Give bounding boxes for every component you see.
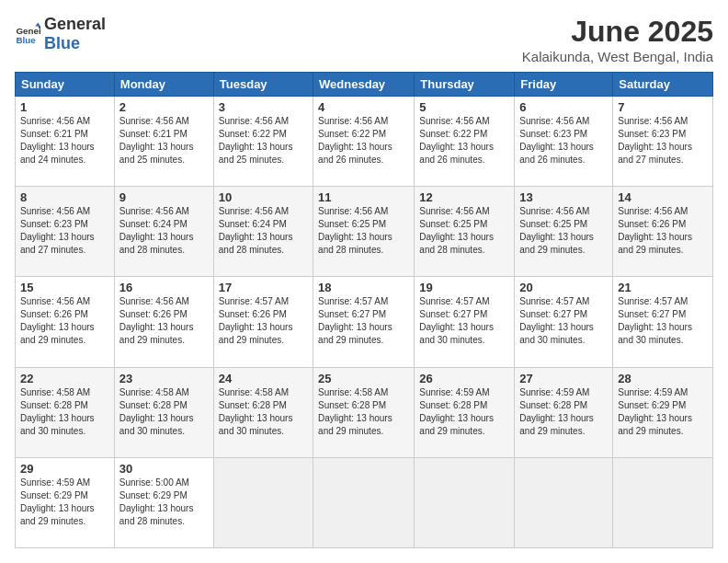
calendar-row: 29Sunrise: 4:59 AMSunset: 6:29 PMDayligh… xyxy=(16,457,713,547)
table-row xyxy=(515,457,613,547)
day-number: 16 xyxy=(119,281,209,294)
table-row xyxy=(313,457,415,547)
header-tuesday: Tuesday xyxy=(213,73,313,97)
table-row: 29Sunrise: 4:59 AMSunset: 6:29 PMDayligh… xyxy=(16,457,115,547)
day-info: Sunrise: 4:59 AMSunset: 6:28 PMDaylight:… xyxy=(419,387,494,436)
table-row: 28Sunrise: 4:59 AMSunset: 6:29 PMDayligh… xyxy=(613,367,713,457)
day-info: Sunrise: 4:56 AMSunset: 6:25 PMDaylight:… xyxy=(318,206,392,255)
header-wednesday: Wednesday xyxy=(313,73,415,97)
main-title: June 2025 xyxy=(522,15,713,49)
table-row: 5Sunrise: 4:56 AMSunset: 6:22 PMDaylight… xyxy=(415,97,515,187)
day-info: Sunrise: 4:57 AMSunset: 6:27 PMDaylight:… xyxy=(618,296,692,345)
day-number: 11 xyxy=(318,190,409,204)
table-row: 21Sunrise: 4:57 AMSunset: 6:27 PMDayligh… xyxy=(613,277,713,367)
table-row: 20Sunrise: 4:57 AMSunset: 6:27 PMDayligh… xyxy=(515,277,613,367)
day-info: Sunrise: 4:56 AMSunset: 6:26 PMDaylight:… xyxy=(20,296,95,345)
table-row: 6Sunrise: 4:56 AMSunset: 6:23 PMDaylight… xyxy=(515,97,613,187)
header: General Blue General Blue June 2025 Kala… xyxy=(15,15,713,64)
day-number: 17 xyxy=(219,281,308,294)
day-number: 15 xyxy=(20,281,109,294)
svg-marker-2 xyxy=(35,22,40,26)
day-info: Sunrise: 4:56 AMSunset: 6:22 PMDaylight:… xyxy=(419,116,494,165)
day-number: 30 xyxy=(119,462,209,476)
day-number: 3 xyxy=(219,100,308,114)
day-number: 2 xyxy=(119,100,209,114)
day-info: Sunrise: 4:56 AMSunset: 6:23 PMDaylight:… xyxy=(519,116,594,165)
calendar-header-row: Sunday Monday Tuesday Wednesday Thursday… xyxy=(16,73,713,97)
logo: General Blue General Blue xyxy=(15,15,106,53)
table-row: 3Sunrise: 4:56 AMSunset: 6:22 PMDaylight… xyxy=(213,97,313,187)
table-row: 19Sunrise: 4:57 AMSunset: 6:27 PMDayligh… xyxy=(415,277,515,367)
day-number: 4 xyxy=(318,100,409,114)
day-info: Sunrise: 4:58 AMSunset: 6:28 PMDaylight:… xyxy=(119,387,194,436)
day-info: Sunrise: 4:56 AMSunset: 6:25 PMDaylight:… xyxy=(419,206,494,255)
table-row: 2Sunrise: 4:56 AMSunset: 6:21 PMDaylight… xyxy=(114,97,213,187)
day-number: 21 xyxy=(618,281,708,294)
day-number: 19 xyxy=(419,281,509,294)
calendar-row: 15Sunrise: 4:56 AMSunset: 6:26 PMDayligh… xyxy=(16,277,713,367)
header-sunday: Sunday xyxy=(16,73,115,97)
day-info: Sunrise: 4:56 AMSunset: 6:26 PMDaylight:… xyxy=(119,296,194,345)
day-info: Sunrise: 5:00 AMSunset: 6:29 PMDaylight:… xyxy=(119,477,194,526)
table-row: 30Sunrise: 5:00 AMSunset: 6:29 PMDayligh… xyxy=(114,457,213,547)
header-friday: Friday xyxy=(515,73,613,97)
day-info: Sunrise: 4:56 AMSunset: 6:24 PMDaylight:… xyxy=(219,206,293,255)
table-row: 16Sunrise: 4:56 AMSunset: 6:26 PMDayligh… xyxy=(114,277,213,367)
day-number: 22 xyxy=(20,372,109,385)
table-row: 4Sunrise: 4:56 AMSunset: 6:22 PMDaylight… xyxy=(313,97,415,187)
calendar-row: 8Sunrise: 4:56 AMSunset: 6:23 PMDaylight… xyxy=(16,187,713,277)
day-number: 27 xyxy=(519,372,608,385)
day-info: Sunrise: 4:58 AMSunset: 6:28 PMDaylight:… xyxy=(219,387,293,436)
day-number: 29 xyxy=(20,462,109,476)
table-row: 8Sunrise: 4:56 AMSunset: 6:23 PMDaylight… xyxy=(16,187,115,277)
svg-text:Blue: Blue xyxy=(16,35,36,45)
title-block: June 2025 Kalaikunda, West Bengal, India xyxy=(522,15,713,64)
table-row: 12Sunrise: 4:56 AMSunset: 6:25 PMDayligh… xyxy=(415,187,515,277)
table-row: 10Sunrise: 4:56 AMSunset: 6:24 PMDayligh… xyxy=(213,187,313,277)
day-number: 8 xyxy=(20,190,109,204)
logo-text: General Blue xyxy=(44,15,106,53)
day-info: Sunrise: 4:56 AMSunset: 6:21 PMDaylight:… xyxy=(119,116,194,165)
day-info: Sunrise: 4:56 AMSunset: 6:23 PMDaylight:… xyxy=(20,206,95,255)
day-number: 25 xyxy=(318,372,409,385)
day-number: 5 xyxy=(419,100,509,114)
table-row: 14Sunrise: 4:56 AMSunset: 6:26 PMDayligh… xyxy=(613,187,713,277)
day-number: 13 xyxy=(519,190,608,204)
table-row xyxy=(613,457,713,547)
day-info: Sunrise: 4:58 AMSunset: 6:28 PMDaylight:… xyxy=(318,387,392,436)
day-number: 23 xyxy=(119,372,209,385)
day-info: Sunrise: 4:56 AMSunset: 6:24 PMDaylight:… xyxy=(119,206,194,255)
table-row: 15Sunrise: 4:56 AMSunset: 6:26 PMDayligh… xyxy=(16,277,115,367)
day-number: 28 xyxy=(618,372,708,385)
day-number: 1 xyxy=(20,100,109,114)
day-info: Sunrise: 4:58 AMSunset: 6:28 PMDaylight:… xyxy=(20,387,95,436)
day-number: 18 xyxy=(318,281,409,294)
day-info: Sunrise: 4:56 AMSunset: 6:23 PMDaylight:… xyxy=(618,116,692,165)
day-info: Sunrise: 4:56 AMSunset: 6:25 PMDaylight:… xyxy=(519,206,594,255)
day-number: 9 xyxy=(119,190,209,204)
header-monday: Monday xyxy=(114,73,213,97)
subtitle: Kalaikunda, West Bengal, India xyxy=(522,49,713,64)
day-info: Sunrise: 4:56 AMSunset: 6:21 PMDaylight:… xyxy=(20,116,95,165)
day-info: Sunrise: 4:56 AMSunset: 6:22 PMDaylight:… xyxy=(219,116,293,165)
header-thursday: Thursday xyxy=(415,73,515,97)
day-number: 10 xyxy=(219,190,308,204)
table-row xyxy=(213,457,313,547)
day-info: Sunrise: 4:57 AMSunset: 6:27 PMDaylight:… xyxy=(519,296,594,345)
table-row: 7Sunrise: 4:56 AMSunset: 6:23 PMDaylight… xyxy=(613,97,713,187)
table-row: 27Sunrise: 4:59 AMSunset: 6:28 PMDayligh… xyxy=(515,367,613,457)
day-number: 12 xyxy=(419,190,509,204)
day-info: Sunrise: 4:57 AMSunset: 6:27 PMDaylight:… xyxy=(318,296,392,345)
calendar-table: Sunday Monday Tuesday Wednesday Thursday… xyxy=(15,72,713,548)
table-row: 13Sunrise: 4:56 AMSunset: 6:25 PMDayligh… xyxy=(515,187,613,277)
day-number: 24 xyxy=(219,372,308,385)
table-row: 1Sunrise: 4:56 AMSunset: 6:21 PMDaylight… xyxy=(16,97,115,187)
day-info: Sunrise: 4:56 AMSunset: 6:26 PMDaylight:… xyxy=(618,206,692,255)
day-info: Sunrise: 4:59 AMSunset: 6:29 PMDaylight:… xyxy=(618,387,692,436)
table-row: 22Sunrise: 4:58 AMSunset: 6:28 PMDayligh… xyxy=(16,367,115,457)
table-row: 23Sunrise: 4:58 AMSunset: 6:28 PMDayligh… xyxy=(114,367,213,457)
table-row: 17Sunrise: 4:57 AMSunset: 6:26 PMDayligh… xyxy=(213,277,313,367)
table-row: 18Sunrise: 4:57 AMSunset: 6:27 PMDayligh… xyxy=(313,277,415,367)
day-info: Sunrise: 4:59 AMSunset: 6:29 PMDaylight:… xyxy=(20,477,95,526)
day-number: 6 xyxy=(519,100,608,114)
